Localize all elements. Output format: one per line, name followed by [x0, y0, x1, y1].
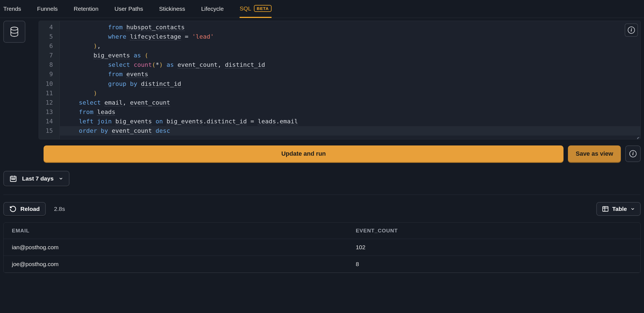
- view-mode-picker[interactable]: Table: [596, 202, 641, 216]
- save-as-view-button[interactable]: Save as view: [568, 145, 621, 162]
- table-icon: [602, 205, 609, 213]
- info-icon: i: [628, 26, 635, 34]
- database-icon: [10, 26, 19, 37]
- resize-handle-icon[interactable]: [636, 135, 640, 139]
- date-range-picker[interactable]: Last 7 days: [3, 171, 69, 186]
- tab-sql[interactable]: SQL BETA: [240, 5, 272, 18]
- tab-trends[interactable]: Trends: [3, 5, 21, 18]
- chevron-down-icon: [58, 176, 63, 181]
- chevron-down-icon: [630, 206, 635, 211]
- line-gutter: 456789101112131415: [39, 21, 60, 139]
- database-schema-button[interactable]: [3, 21, 25, 43]
- cell-email: joe@posthog.com: [4, 256, 347, 272]
- svg-point-6: [13, 179, 14, 179]
- tab-user-paths[interactable]: User Paths: [114, 5, 143, 18]
- column-email[interactable]: EMAIL: [4, 223, 347, 239]
- cell-email: ian@posthog.com: [4, 239, 347, 256]
- update-and-run-button[interactable]: Update and run: [44, 145, 564, 162]
- svg-point-0: [11, 27, 18, 30]
- table-row[interactable]: joe@posthog.com8: [4, 256, 640, 273]
- beta-badge: BETA: [254, 5, 272, 12]
- code-area[interactable]: from hubspot_contacts where lifecyclesta…: [60, 21, 640, 139]
- column-event-count[interactable]: EVENT_COUNT: [347, 223, 640, 239]
- date-range-label: Last 7 days: [22, 175, 53, 182]
- query-timing: 2.8s: [54, 206, 65, 212]
- tab-lifecycle[interactable]: Lifecycle: [201, 5, 224, 18]
- tab-funnels[interactable]: Funnels: [37, 5, 58, 18]
- tab-retention[interactable]: Retention: [74, 5, 98, 18]
- sql-editor[interactable]: 456789101112131415 from hubspot_contacts…: [39, 21, 641, 139]
- table-row[interactable]: ian@posthog.com102: [4, 239, 640, 256]
- editor-info-button[interactable]: i: [625, 23, 638, 37]
- svg-point-5: [12, 179, 12, 179]
- calendar-icon: [9, 175, 17, 182]
- results-table: EMAIL EVENT_COUNT ian@posthog.com102joe@…: [3, 222, 641, 273]
- tab-stickiness[interactable]: Stickiness: [159, 5, 185, 18]
- svg-rect-8: [603, 206, 608, 211]
- table-header: EMAIL EVENT_COUNT: [4, 223, 640, 239]
- reload-icon: [9, 205, 17, 213]
- cell-event-count: 8: [347, 256, 640, 272]
- info-icon: i: [629, 150, 637, 157]
- insight-tabs: Trends Funnels Retention User Paths Stic…: [0, 0, 644, 18]
- action-info-button[interactable]: i: [625, 145, 641, 162]
- svg-point-7: [14, 179, 15, 179]
- cell-event-count: 102: [347, 239, 640, 256]
- reload-button[interactable]: Reload: [3, 202, 46, 216]
